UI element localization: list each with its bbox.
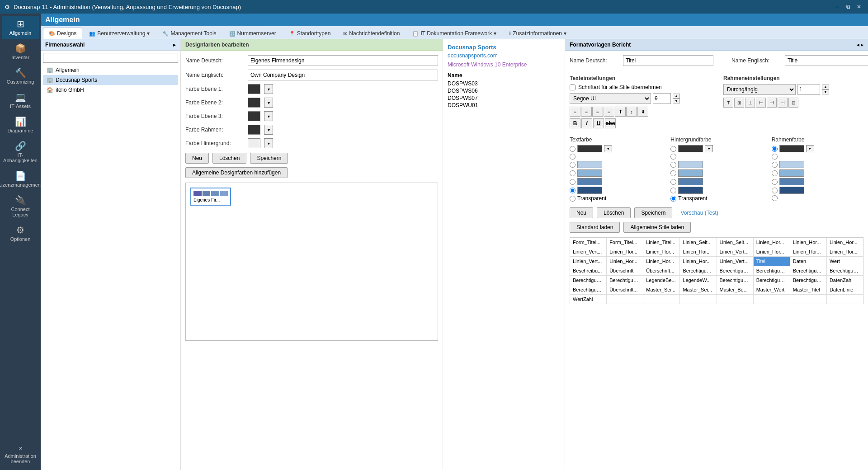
name-deutsch-input[interactable] [248,55,438,66]
tab-zusatzinformationen[interactable]: ℹ Zusatzinformationen ▾ [503,28,572,39]
textfarbe-transparent-radio[interactable] [570,196,576,202]
hgfarbe-radio-4[interactable] [670,170,676,176]
farbe-ebene2-dropdown[interactable]: ▾ [264,98,273,108]
hgfarbe-radio-5[interactable] [670,179,676,185]
style-cell[interactable]: Berechtigung... [570,285,607,294]
textfarbe-radio-3[interactable] [570,162,576,168]
style-cell[interactable]: Überschrift [607,266,643,275]
border-all-button[interactable]: ⊡ [788,98,798,108]
schriftart-checkbox[interactable] [570,85,576,90]
style-cell[interactable]: Überschrift... [607,285,643,294]
style-cell[interactable]: DatenZahl [827,276,863,285]
font-size-up[interactable]: ▲ [673,94,680,99]
style-cell[interactable]: Überschrift... [643,266,680,275]
textfarbe-radio-2[interactable] [570,154,576,160]
fv-vorschau-link[interactable]: Vorschau (Test) [680,210,718,216]
design-speichern-button[interactable]: Speichern [250,153,288,164]
style-cell[interactable]: Beschreibu... [570,266,607,275]
align-justify-button[interactable]: ≡ [604,107,614,117]
border-bottom-button[interactable]: ⊥ [745,98,755,108]
tab-management-tools[interactable]: 🔧 Management Tools [156,28,222,39]
sidebar-item-inventar[interactable]: 📦 Inventar [2,40,39,64]
tab-designs[interactable]: 🎨 Designs [43,28,82,39]
hgfarbe-transparent-radio[interactable] [670,196,676,202]
hgfarbe-radio-6[interactable] [670,188,676,193]
style-cell[interactable]: Linien_Vert... [570,257,607,266]
style-cell[interactable]: Berechtigung... [717,266,754,275]
textfarbe-radio-1[interactable] [570,146,576,152]
rahmen-width-input[interactable] [797,84,820,95]
hgfarbe-radio-1[interactable] [670,146,676,152]
hgfarbe-radio-3[interactable] [670,162,676,168]
style-cell[interactable]: Linien_Hor... [827,247,863,256]
fv-speichern-button[interactable]: Speichern [634,207,672,218]
style-cell[interactable]: Berechtigung... [680,266,717,275]
style-cell[interactable]: Berechtigung... [717,276,754,285]
rahmenfarbe-radio-1[interactable] [772,146,778,152]
border-mid-h-button[interactable]: ⊞ [734,98,744,108]
style-cell[interactable]: Linien_Vert... [717,247,754,256]
style-cell[interactable]: Linien_Hor... [754,238,790,247]
design-neu-button[interactable]: Neu [185,153,209,164]
farbe-rahmen-color[interactable] [248,125,260,135]
align-bottom-button[interactable]: ⬇ [637,107,648,117]
minimize-button[interactable]: ─ [833,2,842,11]
border-left-button[interactable]: ⊢ [756,98,766,108]
style-cell[interactable]: Master_Sei... [680,285,717,294]
allgemeine-designfarben-button[interactable]: Allgemeine Designfarben hinzufügen [185,167,288,178]
align-right-button[interactable]: ≡ [592,107,603,117]
name-englisch-input[interactable] [248,70,438,80]
style-cell-datenlinie[interactable]: DatenLinie [827,285,863,294]
tree-item-docusnap-sports[interactable]: 🏢 Docusnap Sports [43,75,178,85]
style-cell[interactable]: Linien_Hor... [680,257,717,266]
sidebar-item-customizing[interactable]: 🔨 Customizing [2,65,39,88]
standard-laden-button[interactable]: Standard laden [570,222,620,233]
font-size-down[interactable]: ▼ [673,99,680,103]
rahmenfarbe-dropdown-1[interactable]: ▾ [806,145,814,152]
style-cell[interactable]: Linien_Vert... [717,257,754,266]
style-cell[interactable]: Berechtigung... [790,276,827,285]
textfarbe-radio-5[interactable] [570,179,576,185]
rahmen-down[interactable]: ▼ [822,89,829,94]
style-cell[interactable]: Linien_Hor... [790,247,827,256]
sidebar-item-lizenzmanagement[interactable]: 📄 Lizenzmanagement [2,168,39,191]
tab-benutzerverwaltung[interactable]: 👥 Benutzerverwaltung ▾ [83,28,156,39]
farbe-ebene2-color[interactable] [248,98,260,108]
rahmen-style-select[interactable]: Durchgängig [723,84,796,95]
tab-standorttypen[interactable]: 📍 Standorttypen [283,28,337,39]
style-cell-titel[interactable]: Titel [754,257,790,266]
fv-loeschen-button[interactable]: Löschen [597,207,631,218]
sidebar-item-it-assets[interactable]: 💻 IT-Assets [2,89,39,113]
style-cell[interactable]: Linien_Hor... [643,247,680,256]
align-center-button[interactable]: ≡ [581,107,592,117]
rahmenfarbe-radio-4[interactable] [772,170,778,176]
rahmenfarbe-radio-2[interactable] [772,154,778,160]
align-middle-button[interactable]: ↕ [626,107,637,117]
farbe-ebene1-color[interactable] [248,84,260,94]
fv-name-deutsch-input[interactable] [623,55,713,66]
sidebar-item-diagramme[interactable]: 📊 Diagramme [2,113,39,137]
style-cell[interactable]: Linien_Hor... [680,247,717,256]
tab-it-dokumentation[interactable]: 📋 IT Dokumentation Framework ▾ [406,28,502,39]
style-cell[interactable]: Master_Be... [717,285,754,294]
style-cell-master-titel[interactable]: Master_Titel [790,285,827,294]
tab-nachrichtendefinition[interactable]: ✉ Nachrichtendefinition [337,28,406,39]
style-cell[interactable]: Linien_Hor... [754,247,790,256]
tree-item-allgemein[interactable]: 🏢 Allgemein [43,65,178,75]
sidebar-item-connect-legacy[interactable]: 🔌 Connect Legacy [2,192,39,221]
strikethrough-button[interactable]: abc [605,118,616,128]
align-top-button[interactable]: ⬆ [615,107,626,117]
underline-button[interactable]: U [593,118,604,128]
style-cell-wert[interactable]: Wert [827,257,863,266]
textfarbe-radio-6[interactable] [570,188,576,193]
fv-name-englisch-input[interactable] [785,55,868,66]
style-cell-wertzahl[interactable]: WertZahl [570,295,607,304]
border-top-button[interactable]: ⊤ [723,98,733,108]
style-cell[interactable]: Berechtigung... [827,266,863,275]
tree-item-itelio[interactable]: 🏠 itelio GmbH [43,85,178,95]
style-cell[interactable]: LegendeW... [680,276,717,285]
sidebar-item-allgemein[interactable]: ⊞ Allgemein [2,16,39,39]
design-loeschen-button[interactable]: Löschen [212,153,246,164]
hgfarbe-radio-2[interactable] [670,154,676,160]
style-cell[interactable]: Berechtigung... [570,276,607,285]
